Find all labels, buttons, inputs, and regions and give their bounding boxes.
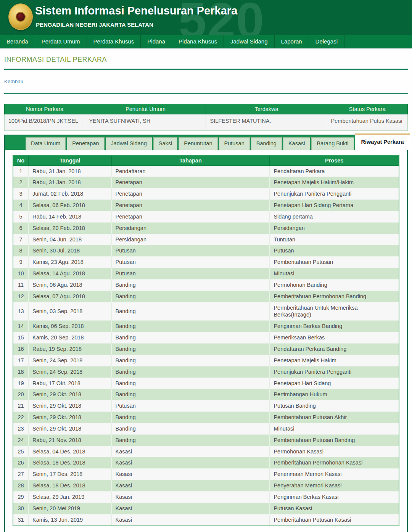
tab-saksi[interactable]: Saksi [153, 137, 177, 150]
tab-putusan[interactable]: Putusan [219, 137, 250, 150]
cell-tanggal: Selasa, 14 Agu. 2018 [28, 268, 111, 280]
table-row: 16Rabu, 19 Sep. 2018BandingPendaftaran P… [13, 344, 399, 355]
cell-tanggal: Rabu, 17 Okt. 2018 [28, 378, 111, 389]
nav-item-pidana[interactable]: Pidana [141, 35, 172, 48]
case-info-header-row: Nomor Perkara Penuntut Umum Terdakwa Sta… [5, 104, 408, 114]
logo-emblem-icon [16, 12, 26, 22]
cell-tanggal: Senin, 24 Sep. 2018 [28, 366, 111, 378]
cell-no: 16 [13, 344, 28, 355]
cell-proses: Penetapan Hari Sidang [270, 378, 399, 389]
cell-proses: Pemberitahuan Putusan [270, 257, 399, 268]
tab-barang-bukti[interactable]: Barang Bukti [311, 137, 354, 150]
cell-no: 12 [13, 291, 28, 302]
divider [4, 69, 408, 70]
cell-proses: Penunjukan Panitera Pengganti [270, 188, 399, 200]
col-penuntut-umum: Penuntut Umum [85, 104, 206, 114]
nav-item-delegasi[interactable]: Delegasi [309, 35, 344, 48]
nav-item-jadwal-sidang[interactable]: Jadwal Sidang [224, 35, 275, 48]
cell-no: 9 [13, 257, 28, 268]
tab-riwayat-perkara[interactable]: Riwayat Perkara [355, 133, 410, 150]
nav-item-perdata-umum[interactable]: Perdata Umum [35, 35, 87, 48]
table-row: 27Senin, 17 Des. 2018KasasiPenerimaan Me… [13, 469, 399, 480]
history-table-body: 1Rabu, 31 Jan. 2018PendaftaranPendaftara… [13, 166, 399, 526]
cell-tahapan: Banding [111, 389, 270, 400]
cell-tanggal: Jumat, 02 Feb. 2018 [28, 188, 111, 200]
mahkamah-agung-logo-icon [8, 3, 33, 30]
cell-no: 23 [13, 423, 28, 434]
cell-tanggal: Rabu, 31 Jan. 2018 [28, 166, 111, 177]
back-link[interactable]: Kembali [4, 79, 23, 84]
history-col-proses: Proses [270, 155, 399, 166]
cell-proses: Pemberitahuan Putusan Akhir [270, 412, 399, 423]
cell-tahapan: Banding [111, 423, 270, 434]
tab-data-umum[interactable]: Data Umum [26, 137, 66, 150]
cell-proses: Pemeriksaan Berkas [270, 332, 399, 344]
cell-tahapan: Banding [111, 279, 270, 291]
cell-tanggal: Senin, 29 Okt. 2018 [28, 400, 111, 412]
table-row: 31Kamis, 13 Jun. 2019KasasiPemberitahuan… [13, 514, 399, 526]
cell-tanggal: Rabu, 21 Nov. 2018 [28, 434, 111, 446]
tab-content-riwayat-perkara: NoTanggalTahapanProses 1Rabu, 31 Jan. 20… [5, 150, 407, 532]
cell-proses: Penunjukan Panitera Pengganti [270, 366, 399, 378]
cell-tanggal: Kamis, 23 Agu. 2018 [28, 257, 111, 268]
cell-no: 14 [13, 321, 28, 332]
case-detail-panel: Data UmumPenetapanJadwal SidangSaksiPenu… [4, 135, 408, 532]
court-name: PENGADILAN NEGERI JAKARTA SELATAN [36, 21, 153, 28]
tab-penetapan[interactable]: Penetapan [67, 137, 104, 150]
tab-penuntutan[interactable]: Penuntutan [179, 137, 217, 150]
cell-tahapan: Banding [111, 302, 270, 321]
cell-proses: Penetapan Hari Sidang Pertama [270, 200, 399, 211]
tab-jadwal-sidang[interactable]: Jadwal Sidang [106, 137, 152, 150]
nav-item-beranda[interactable]: Beranda [0, 35, 35, 48]
cell-tanggal: Senin, 24 Sep. 2018 [28, 355, 111, 366]
table-row: 13Senin, 03 Sep. 2018BandingPermberitahu… [13, 302, 399, 321]
cell-tahapan: Penetapan [111, 188, 270, 200]
nav-bar: BerandaPerdata UmumPerdata KhususPidanaP… [0, 35, 412, 48]
nav-item-perdata-khusus[interactable]: Perdata Khusus [87, 35, 141, 48]
cell-no: 2 [13, 177, 28, 188]
cell-no: 31 [13, 514, 28, 526]
cell-tanggal: Senin, 06 Agu. 2018 [28, 279, 111, 291]
cell-no: 24 [13, 434, 28, 446]
table-row: 10Selasa, 14 Agu. 2018PutusanMinutasi [13, 268, 399, 280]
app-header: 520 Sistem Informasi Penelusuran Perkara… [0, 0, 412, 35]
cell-proses: Minutasi [270, 423, 399, 434]
cell-proses: Putusan Kasasi [270, 503, 399, 514]
cell-no: 17 [13, 355, 28, 366]
cell-proses: Pemberitahuan Permohonan Kasasi [270, 457, 399, 469]
cell-tanggal: Senin, 20 Mei 2019 [28, 503, 111, 514]
cell-tahapan: Kasasi [111, 503, 270, 514]
table-row: 5Rabu, 14 Feb. 2018PenetapanSidang perta… [13, 211, 399, 222]
table-row: 26Selasa, 18 Des. 2018KasasiPemberitahua… [13, 457, 399, 469]
defendant-name: SILFESTER MATUTINA. [206, 114, 327, 131]
cell-proses: Penyerahan Memori Kasasi [270, 480, 399, 492]
cell-tahapan: Kasasi [111, 480, 270, 492]
table-row: 3Jumat, 02 Feb. 2018PenetapanPenunjukan … [13, 188, 399, 200]
cell-tahapan: Banding [111, 332, 270, 344]
cell-no: 25 [13, 446, 28, 457]
tab-kasasi[interactable]: Kasasi [283, 137, 311, 150]
cell-tahapan: Banding [111, 344, 270, 355]
cell-tahapan: Penetapan [111, 177, 270, 188]
cell-tahapan: Banding [111, 412, 270, 423]
cell-no: 26 [13, 457, 28, 469]
history-header-row: NoTanggalTahapanProses [13, 155, 399, 166]
nav-item-laporan[interactable]: Laporan [275, 35, 309, 48]
cell-no: 1 [13, 166, 28, 177]
table-row: 28Selasa, 18 Des. 2018KasasiPenyerahan M… [13, 480, 399, 492]
cell-tahapan: Banding [111, 378, 270, 389]
tab-banding[interactable]: Banding [251, 137, 282, 150]
cell-proses: Sidang pertama [270, 211, 399, 222]
table-row: 8Senin, 30 Jul. 2018PutusanPutusan [13, 245, 399, 257]
col-terdakwa: Terdakwa [206, 104, 327, 114]
nav-item-pidana-khusus[interactable]: Pidana Khusus [172, 35, 224, 48]
cell-tanggal: Selasa, 20 Feb. 2018 [28, 222, 111, 234]
history-col-tanggal: Tanggal [28, 155, 111, 166]
cell-tanggal: Senin, 29 Okt. 2018 [28, 389, 111, 400]
cell-no: 15 [13, 332, 28, 344]
history-col-tahapan: Tahapan [111, 155, 270, 166]
cell-tanggal: Selasa, 07 Agu. 2018 [28, 291, 111, 302]
cell-tahapan: Kasasi [111, 469, 270, 480]
cell-tanggal: Kamis, 13 Jun. 2019 [28, 514, 111, 526]
cell-tahapan: Pendaftaran [111, 166, 270, 177]
